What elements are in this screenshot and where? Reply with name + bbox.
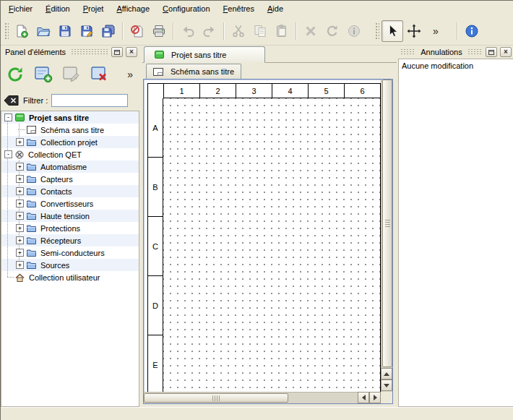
menu-projet[interactable]: Projet xyxy=(77,1,111,17)
tree-item-label: Haute tension xyxy=(39,212,91,220)
menu-affichage[interactable]: Affichage xyxy=(110,1,156,17)
tree-item-schema[interactable]: Schéma sans titre xyxy=(1,124,139,136)
menu-configuration[interactable]: Configuration xyxy=(156,1,216,17)
save-file-button[interactable] xyxy=(54,20,76,42)
redo-button[interactable] xyxy=(199,20,220,42)
collapse-icon[interactable]: - xyxy=(4,150,12,158)
expand-icon[interactable]: + xyxy=(16,138,24,146)
about-info-icon xyxy=(465,24,479,38)
filter-input[interactable] xyxy=(51,94,128,107)
collapse-icon[interactable]: - xyxy=(4,113,12,121)
scroll-down-button[interactable] xyxy=(381,380,392,391)
expand-icon[interactable]: + xyxy=(16,212,24,220)
folder-icon xyxy=(27,212,36,220)
float-panel-button[interactable] xyxy=(486,47,497,57)
undo-history-entry[interactable]: Aucune modification xyxy=(399,59,513,72)
reload-collections-button[interactable] xyxy=(4,63,27,86)
expand-icon[interactable]: + xyxy=(16,261,24,269)
toolbar-overflow-button[interactable]: » xyxy=(425,20,447,42)
panel-overflow-button[interactable]: » xyxy=(127,69,133,80)
menu-fichier[interactable]: Fichier xyxy=(2,1,39,17)
toolbar-grip[interactable] xyxy=(375,22,379,40)
tree-item-label: Collection utilisateur xyxy=(27,273,101,282)
undo-panel-titlebar[interactable]: Annulations × xyxy=(398,46,513,59)
filter-row: Filtrer : xyxy=(1,90,139,111)
tree-item-recepteurs[interactable]: + Récepteurs xyxy=(1,234,139,247)
diagram-grid: 1 2 3 4 5 6 A B C D E xyxy=(147,83,381,393)
new-element-button[interactable] xyxy=(32,63,55,86)
move-arrows-icon xyxy=(407,24,421,38)
expand-icon[interactable]: + xyxy=(16,163,24,171)
close-file-button[interactable] xyxy=(126,20,148,42)
save-all-button[interactable] xyxy=(98,20,119,42)
menu-fenetres[interactable]: Fenêtres xyxy=(217,1,261,17)
clear-filter-button[interactable] xyxy=(4,95,20,106)
menu-edition[interactable]: Édition xyxy=(39,1,77,17)
horizontal-scrollbar[interactable] xyxy=(144,392,381,403)
open-file-button[interactable] xyxy=(33,20,54,42)
close-panel-button[interactable]: × xyxy=(500,47,512,57)
tree-item-semi-conducteurs[interactable]: + Semi-conducteurs xyxy=(1,247,139,259)
expand-icon[interactable]: + xyxy=(16,236,24,244)
project-tab-bar: Projet sans titre xyxy=(142,46,397,63)
scroll-up-button[interactable] xyxy=(381,368,392,380)
rotate-button[interactable] xyxy=(322,20,343,42)
tree-item-collection-qet[interactable]: - Collection QET xyxy=(1,148,139,160)
expander-placeholder xyxy=(16,126,24,134)
tree-item-sources[interactable]: + Sources xyxy=(1,259,139,271)
tree-item-convertisseurs[interactable]: + Convertisseurs xyxy=(1,197,139,210)
info-icon xyxy=(347,24,361,38)
tree-item-contacts[interactable]: + Contacts xyxy=(1,185,139,197)
diagram-dot-grid[interactable] xyxy=(163,98,380,393)
new-file-button[interactable] xyxy=(11,20,33,42)
row-header: B xyxy=(148,158,163,217)
elements-panel-titlebar[interactable]: Panel d'éléments × xyxy=(1,46,139,59)
scroll-left-button[interactable] xyxy=(358,392,369,403)
delete-element-button[interactable] xyxy=(88,63,111,86)
print-button[interactable] xyxy=(148,20,170,42)
expand-icon[interactable]: + xyxy=(16,187,24,195)
toolbar-grip[interactable] xyxy=(4,22,9,40)
copy-button[interactable] xyxy=(249,20,271,42)
tree-item-capteurs[interactable]: + Capteurs xyxy=(1,173,139,185)
tree-item-collection-projet[interactable]: + Collection projet xyxy=(1,136,139,148)
float-icon xyxy=(114,50,120,55)
edit-element-button[interactable] xyxy=(60,63,83,86)
expand-icon[interactable]: + xyxy=(16,175,24,183)
cut-button[interactable] xyxy=(228,20,249,42)
tree-item-automatisme[interactable]: + Automatisme xyxy=(1,160,139,173)
scroll-right-button[interactable] xyxy=(369,392,381,403)
about-qet-button[interactable] xyxy=(461,20,483,42)
dock-grip xyxy=(467,48,483,56)
tree-connector-line xyxy=(7,117,8,277)
tab-project[interactable]: Projet sans titre xyxy=(144,46,265,63)
tree-item-haute-tension[interactable]: + Haute tension xyxy=(1,210,139,222)
tree-item-project[interactable]: - Projet sans titre xyxy=(1,111,139,124)
diagram-canvas[interactable]: 1 2 3 4 5 6 A B C D E xyxy=(145,80,381,393)
expand-icon[interactable]: + xyxy=(16,224,24,232)
select-mode-button[interactable] xyxy=(381,20,403,42)
menu-aide[interactable]: Aide xyxy=(261,1,290,17)
close-panel-button[interactable]: × xyxy=(126,47,137,57)
tree-item-collection-utilisateur[interactable]: Collection utilisateur xyxy=(1,271,139,283)
vertical-scrollbar[interactable] xyxy=(381,80,392,392)
tree-item-protections[interactable]: + Protections xyxy=(1,222,139,234)
horizontal-scrollbar-thumb[interactable] xyxy=(144,393,288,403)
scissors-icon xyxy=(231,24,246,38)
delete-button[interactable] xyxy=(300,20,322,42)
move-view-button[interactable] xyxy=(403,20,425,42)
folder-icon xyxy=(27,187,36,195)
tree-item-label: Schéma sans titre xyxy=(39,126,105,134)
vertical-scrollbar-thumb[interactable] xyxy=(382,80,392,367)
save-icon xyxy=(58,24,72,38)
expand-icon[interactable]: + xyxy=(16,200,24,207)
float-panel-button[interactable] xyxy=(111,47,123,57)
tree-item-label: Semi-conducteurs xyxy=(39,249,106,257)
edit-element-icon xyxy=(62,65,81,84)
paste-button[interactable] xyxy=(271,20,293,42)
undo-button[interactable] xyxy=(177,20,199,42)
element-info-button[interactable] xyxy=(343,20,365,42)
tab-schema[interactable]: Schéma sans titre xyxy=(146,64,241,79)
save-as-button[interactable] xyxy=(76,20,98,42)
expand-icon[interactable]: + xyxy=(16,249,24,257)
